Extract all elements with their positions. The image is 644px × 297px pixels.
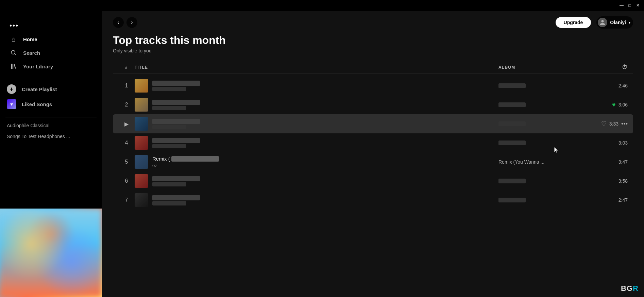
create-playlist-item[interactable]: + Create Playlist [5,82,97,97]
table-row[interactable]: 5 Remix ( ez Remix (You Wanna ... ♡ 3:47 [113,152,633,171]
track-details [152,81,200,91]
track-number: 6 [118,178,135,184]
nav-buttons: ‹ › [113,17,137,28]
track-details: Remix ( ez [152,156,219,168]
track-number: 4 [118,140,135,146]
track-actions: ♡ 3:58 [600,177,628,185]
sidebar-top: ••• ⌂ Home Search [0,11,102,73]
like-button[interactable]: ♡ [601,120,607,128]
more-options-dots[interactable]: ••• [5,16,97,32]
track-name [152,195,200,200]
search-icon [10,49,18,57]
track-info [135,98,498,112]
track-thumbnail [135,136,148,150]
maximize-button[interactable]: □ [626,2,633,9]
track-duration: 3:03 [618,140,628,146]
table-row[interactable]: 2 ♥ 3:06 [113,95,633,114]
track-artist [152,125,186,129]
track-thumbnail [135,174,148,188]
track-thumbnail [135,98,148,112]
header-album: ALBUM [498,65,600,70]
track-artist [152,106,186,110]
track-number: ▶ [118,121,135,127]
back-button[interactable]: ‹ [113,17,124,28]
sidebar-search-label: Search [23,50,40,56]
track-details [152,100,200,110]
minimize-button[interactable]: — [618,2,625,9]
track-info: Remix ( ez [135,155,498,169]
table-row[interactable]: 6 ♡ 3:58 [113,171,633,191]
top-bar: ‹ › Upgrade Olaniyi ▾ [102,11,644,34]
track-album [498,198,526,202]
liked-songs-label: Liked Songs [22,101,52,107]
track-album [498,141,526,145]
upgrade-button[interactable]: Upgrade [556,17,591,28]
track-name [152,176,200,181]
sidebar-divider-2 [5,117,97,117]
track-details [152,138,200,148]
table-row[interactable]: ▶ ♡ 3:33 ••• [113,114,633,133]
track-name [152,119,200,124]
page-content[interactable]: Top tracks this month Only visible to yo… [102,34,644,297]
album-art-blurred-bg [0,209,102,297]
track-artist [152,201,186,205]
sidebar-item-home[interactable]: ⌂ Home [5,32,97,46]
like-button[interactable]: ♥ [612,101,616,109]
track-details [152,176,200,186]
track-duration: 3:06 [618,102,628,108]
track-duration: 2:47 [618,197,628,203]
main-content: ‹ › Upgrade Olaniyi ▾ Top tracks this mo [102,11,644,297]
app-layout: ••• ⌂ Home Search [0,11,644,297]
create-playlist-icon: + [7,84,16,94]
forward-button[interactable]: › [126,17,137,28]
track-thumbnail [135,193,148,207]
sidebar-home-label: Home [23,36,37,42]
user-menu[interactable]: Olaniyi ▾ [596,16,633,29]
close-button[interactable]: ✕ [634,2,641,9]
track-name-blurred-part [171,156,219,162]
track-duration: 2:46 [618,83,628,88]
track-album [498,179,526,183]
track-artist [152,144,186,148]
header-title: TITLE [135,65,498,70]
clock-icon: ⏱ [622,64,628,70]
track-name [152,138,200,143]
track-duration: 3:33 [609,121,618,127]
track-thumbnail [135,79,148,93]
track-actions: ♡ 3:33 ••• [600,120,628,128]
track-number: 7 [118,197,135,203]
sidebar-album-art [0,209,102,297]
playlist-songs-to-test[interactable]: Songs To Test Headphones ... [5,131,97,142]
track-album: Remix (You Wanna ... [498,159,600,165]
track-info [135,193,498,207]
chevron-down-icon: ▾ [629,21,630,24]
track-duration: 3:47 [618,159,628,165]
header-num: # [118,65,135,70]
sidebar-library-label: Your Library [23,64,53,69]
track-info [135,136,498,150]
track-actions: ♡ 2:46 [600,82,628,89]
track-name [152,81,200,86]
track-info [135,79,498,93]
track-actions: ♥ 3:06 [600,101,628,109]
bgr-watermark: BGR [621,284,639,293]
table-row[interactable]: 4 ♡ 3:03 [113,133,633,152]
liked-songs-item[interactable]: ♥ Liked Songs [5,97,97,112]
user-avatar [598,18,607,27]
user-name: Olaniyi [610,20,626,25]
track-artist: ez [152,163,157,168]
play-icon: ▶ [124,121,129,127]
svg-rect-2 [14,64,16,69]
track-actions: ♡ 2:47 [600,196,628,204]
sidebar: ••• ⌂ Home Search [0,11,102,297]
sidebar-item-library[interactable]: Your Library [5,60,97,73]
more-options-button[interactable]: ••• [621,120,628,128]
table-row[interactable]: 1 ♡ 2:46 [113,76,633,95]
home-icon: ⌂ [10,35,18,43]
playlist-audiophile-classical[interactable]: Audiophile Classical [5,120,97,131]
track-album [498,102,526,107]
track-album [498,121,526,126]
header-duration: ⏱ [600,64,628,70]
table-row[interactable]: 7 ♡ 2:47 [113,191,633,210]
sidebar-item-search[interactable]: Search [5,46,97,60]
